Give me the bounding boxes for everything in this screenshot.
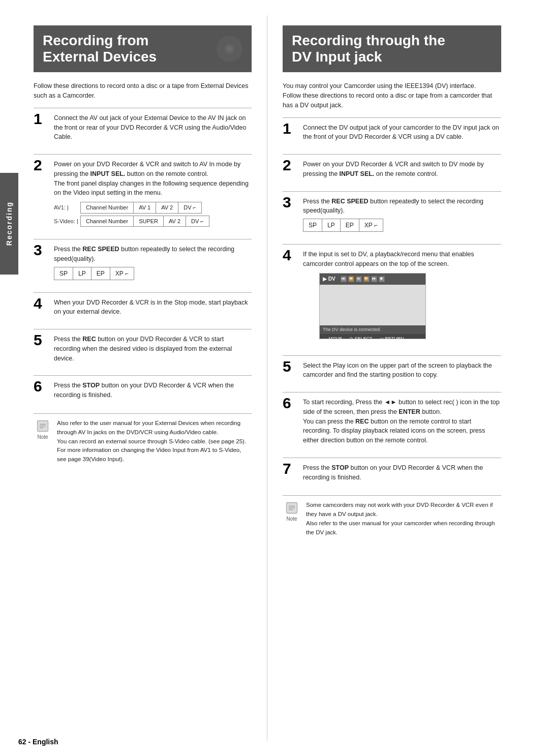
right-note: Note Some camcorders may not work with y… (283, 495, 501, 537)
seq-box-av1: Channel Number AV 1 AV 2 DV ⌐ (80, 202, 202, 214)
right-steps: 1 Connect the DV output jack of your cam… (283, 123, 501, 493)
right-step-content-6: To start recording, Press the ◄► button … (303, 398, 501, 445)
right-step-content-2: Power on your DVD Recorder & VCR and swi… (303, 160, 501, 179)
seq-box-svideo: Channel Number SUPER AV 2 DV ⌐ (80, 216, 209, 227)
left-note-text: Also refer to the user manual for your E… (57, 419, 252, 464)
right-step-content-5: Select the Play icon on the upper part o… (303, 361, 501, 380)
right-step-1: 1 Connect the DV output jack of your cam… (283, 123, 501, 147)
note-icon-left: Note (34, 419, 52, 440)
right-step-number-2: 2 (283, 158, 299, 173)
right-step-4: 4 If the input is set to DV, a playback/… (283, 250, 501, 348)
right-step-content-4: If the input is set to DV, a playback/re… (303, 250, 501, 343)
left-column: Recording from External Devices Follow t… (18, 15, 267, 741)
pencil-note-icon (36, 419, 50, 433)
disc-icon (216, 35, 243, 63)
left-step-3: 3 Press the REC SPEED button repeatedly … (34, 245, 252, 285)
step-content-6: Press the STOP button on your DVD Record… (54, 381, 252, 400)
step-number-2: 2 (34, 158, 50, 173)
left-step-1: 1 Connect the AV out jack of your Extern… (34, 113, 252, 147)
right-step-content-7: Press the STOP button on your DVD Record… (303, 463, 501, 482)
left-step-5: 5 Press the REC button on your DVD Recor… (34, 335, 252, 368)
right-step-6: 6 To start recording, Press the ◄► butto… (283, 398, 501, 450)
note-icon-right: Note (283, 501, 301, 522)
step-content-5: Press the REC button on your DVD Recorde… (54, 335, 252, 363)
speed-box-right: SP LP EP XP ⌐ (303, 219, 383, 232)
right-step-divider-3 (283, 244, 501, 245)
right-step-divider-2 (283, 191, 501, 192)
right-step-number-5: 5 (283, 359, 299, 374)
right-divider-top (283, 117, 501, 118)
seq-row-svideo: S-Video: | Channel Number SUPER AV 2 DV … (54, 216, 252, 227)
step-divider-3 (34, 292, 252, 293)
page-footer: 62 - English (18, 738, 58, 746)
left-step-6: 6 Press the STOP button on your DVD Reco… (34, 381, 252, 405)
step-number-5: 5 (34, 332, 50, 348)
left-step-4: 4 When your DVD Recorder & VCR is in the… (34, 298, 252, 322)
left-divider-top (34, 108, 252, 108)
right-step-divider-5 (283, 392, 501, 392)
dv-connected-label: The DV device is connected. (320, 325, 425, 335)
right-step-divider-6 (283, 458, 501, 458)
speed-display-left: SP LP EP XP ⌐ (54, 264, 252, 280)
step-content-4: When your DVD Recorder & VCR is in the S… (54, 298, 252, 317)
sidebar-label: Recording (5, 201, 13, 246)
dv-controls: ⏮ ⏪ ⏯ ⏩ ⏭ ⏺ (341, 276, 385, 282)
seq-display: AV1: | Channel Number AV 1 AV 2 DV ⌐ S-V… (54, 202, 252, 227)
right-step-7: 7 Press the STOP button on your DVD Reco… (283, 463, 501, 488)
step-number-1: 1 (34, 111, 50, 127)
right-step-divider-4 (283, 355, 501, 356)
dv-screen-top-bar: ▶ DV ⏮ ⏪ ⏯ ⏩ ⏭ ⏺ (320, 274, 425, 285)
seq-row-av1: AV1: | Channel Number AV 1 AV 2 DV ⌐ (54, 202, 252, 214)
right-step-number-6: 6 (283, 396, 299, 411)
right-step-number-3: 3 (283, 195, 299, 210)
right-step-2: 2 Power on your DVD Recorder & VCR and s… (283, 160, 501, 184)
left-intro: Follow these directions to record onto a… (34, 81, 252, 101)
step-divider-4 (34, 329, 252, 329)
right-step-3: 3 Press the REC SPEED button repeatedly … (283, 197, 501, 237)
step-content-3: Press the REC SPEED button repeatedly to… (54, 245, 252, 280)
content: Recording from External Devices Follow t… (18, 0, 549, 756)
left-note: Note Also refer to the user manual for y… (34, 413, 252, 464)
left-header-title: Recording from External Devices (43, 33, 242, 65)
page: Recording Recording from External Device… (0, 0, 549, 756)
right-step-divider-1 (283, 154, 501, 155)
pencil-note-icon-right (285, 501, 299, 515)
right-header-title: Recording through the DV Input jack (292, 33, 492, 65)
step-number-3: 3 (34, 243, 50, 258)
step-number-4: 4 (34, 296, 50, 311)
dv-screen-body (320, 285, 425, 325)
right-step-5: 5 Select the Play icon on the upper part… (283, 361, 501, 385)
right-section-header: Recording through the DV Input jack (283, 25, 501, 72)
dv-screen-footer: ↔ MOVE ⊙ SELECT ↩ RETURN (320, 334, 425, 339)
right-intro-1: You may control your Camcorder using the… (283, 81, 501, 110)
speed-box-left: SP LP EP XP ⌐ (54, 267, 134, 280)
right-step-number-7: 7 (283, 461, 299, 476)
left-section-header: Recording from External Devices (34, 25, 252, 72)
svg-point-2 (228, 47, 231, 51)
right-step-number-1: 1 (283, 121, 299, 136)
dv-screen-mockup: ▶ DV ⏮ ⏪ ⏯ ⏩ ⏭ ⏺ (319, 273, 426, 339)
right-step-content-3: Press the REC SPEED button repeatedly to… (303, 197, 501, 232)
step-divider-2 (34, 239, 252, 239)
left-steps: 1 Connect the AV out jack of your Extern… (34, 113, 252, 410)
left-step-2: 2 Power on your DVD Recorder & VCR and s… (34, 160, 252, 232)
step-content-2: Power on your DVD Recorder & VCR and swi… (54, 160, 252, 227)
right-note-text: Some camcorders may not work with your D… (306, 501, 501, 537)
step-content-1: Connect the AV out jack of your External… (54, 113, 252, 142)
right-step-content-1: Connect the DV output jack of your camco… (303, 123, 501, 142)
step-divider-1 (34, 154, 252, 155)
step-number-6: 6 (34, 379, 50, 394)
sidebar-tab: Recording (0, 173, 18, 275)
step-divider-5 (34, 375, 252, 376)
right-step-number-4: 4 (283, 248, 299, 263)
speed-display-right: SP LP EP XP ⌐ (303, 216, 501, 232)
right-column: Recording through the DV Input jack You … (267, 15, 516, 741)
